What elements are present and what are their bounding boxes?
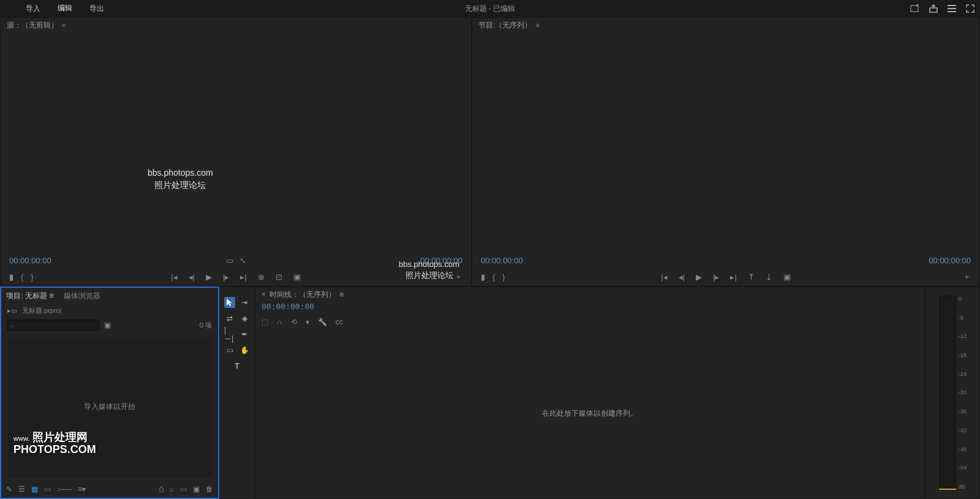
marker-icon[interactable]: ▮: [481, 272, 485, 282]
go-to-in-icon[interactable]: |◂: [661, 272, 667, 282]
step-forward-icon[interactable]: |▸: [713, 272, 719, 282]
go-to-in-icon[interactable]: |◂: [171, 272, 177, 282]
insert-icon[interactable]: ⊕: [258, 272, 265, 282]
document-title: 无标题 - 已编辑: [465, 4, 516, 14]
pen-tool[interactable]: ✒: [239, 329, 250, 340]
tab-project[interactable]: 项目: 无标题≡: [6, 291, 54, 301]
svg-rect-1: [916, 4, 919, 7]
source-panel-title: 源：（无剪辑）: [7, 20, 58, 31]
zoom-slider[interactable]: ○──: [57, 485, 72, 493]
step-forward-icon[interactable]: |▸: [223, 272, 229, 282]
in-point-icon[interactable]: {: [492, 272, 495, 282]
find-icon[interactable]: ⌕: [170, 485, 174, 493]
program-panel-title: 节目:（无序列）: [478, 20, 532, 31]
program-tc-out[interactable]: 00:00:00:00: [929, 256, 971, 265]
share-icon[interactable]: [929, 4, 938, 13]
plus-icon[interactable]: ＋: [454, 271, 462, 282]
caption-icon[interactable]: cc: [336, 318, 343, 326]
fit-icon[interactable]: ▭: [226, 256, 233, 265]
folder-icon: ▸▭: [7, 307, 17, 315]
search-input[interactable]: [14, 321, 96, 329]
step-back-icon[interactable]: ◂|: [189, 272, 195, 282]
new-bin-icon[interactable]: ▭: [180, 485, 187, 493]
resolution-icon[interactable]: ⤡: [239, 256, 246, 265]
timeline-empty-message: 在此处放下媒体以创建序列。: [542, 408, 638, 419]
timeline-timecode[interactable]: 00:00:00:00: [255, 302, 924, 315]
project-bin[interactable]: 导入媒体以开始 www. 照片处理网 PHOTOPS.COM: [7, 337, 212, 477]
program-view[interactable]: [472, 32, 979, 253]
project-toolbar: ✎ ☰ ▦ ▭ ○── ≡▾ ⎙ ⌕ ▭ ▣ 🗑: [1, 481, 218, 498]
bin-empty-message: 导入媒体以开始: [84, 402, 135, 412]
timeline-panel: × 时间线：（无序列） ≡ 00:00:00:00 ⬚ ∩ ⟲ ▾ 🔧 cc 在…: [255, 287, 925, 499]
export-frame-icon[interactable]: ▣: [783, 272, 791, 282]
timeline-title: 时间线：（无序列）: [270, 290, 336, 300]
program-transport: ▮ { } |◂ ◂| ▶ |▸ ▸| ⤒ ⤓ ▣ ＋ bbs.photops.…: [472, 268, 979, 286]
source-tc-out[interactable]: 00:00:00:00: [420, 256, 462, 265]
pen-icon[interactable]: ✎: [6, 485, 12, 493]
type-tool[interactable]: T: [232, 361, 243, 372]
slip-tool[interactable]: |↔|: [224, 329, 235, 340]
project-search[interactable]: ⌕: [7, 320, 99, 331]
tab-edit[interactable]: 编辑: [49, 0, 81, 18]
razor-tool[interactable]: ◈: [239, 313, 250, 324]
in-point-icon[interactable]: {: [21, 272, 23, 282]
trash-icon[interactable]: 🗑: [206, 485, 213, 493]
marker-icon[interactable]: ▮: [9, 272, 13, 282]
sort-icon[interactable]: ≡▾: [78, 485, 86, 493]
ripple-edit-tool[interactable]: ⇄: [224, 313, 235, 324]
source-view[interactable]: bbs.photops.com 照片处理论坛: [1, 32, 471, 253]
panel-menu-icon[interactable]: ≡: [339, 290, 344, 299]
automate-icon[interactable]: ⎙: [159, 485, 164, 493]
play-icon[interactable]: ▶: [206, 272, 212, 282]
snap-icon[interactable]: ∩: [277, 318, 282, 326]
overwrite-icon[interactable]: ⊡: [276, 272, 282, 282]
audio-meter-panel: 0 -6 -12 -18 -24 -30 -36 -42 -48 -54 dB: [925, 287, 980, 499]
fullscreen-icon[interactable]: [965, 4, 975, 13]
export-frame-icon[interactable]: ▣: [293, 272, 301, 282]
close-tab-icon[interactable]: ×: [262, 290, 266, 299]
go-to-out-icon[interactable]: ▸|: [730, 272, 736, 282]
home-icon[interactable]: [5, 4, 17, 13]
tab-import[interactable]: 导入: [17, 0, 49, 18]
timeline-body[interactable]: 在此处放下媒体以创建序列。: [255, 329, 924, 498]
marker-span-icon[interactable]: ▾: [306, 318, 309, 326]
nest-icon[interactable]: ⬚: [262, 318, 268, 326]
extract-icon[interactable]: ⤓: [766, 272, 772, 282]
watermark-text: www. 照片处理网 PHOTOPS.COM: [13, 432, 96, 456]
workspace-menu-icon[interactable]: [947, 4, 957, 13]
play-icon[interactable]: ▶: [696, 272, 702, 282]
lift-icon[interactable]: ⤒: [748, 272, 755, 282]
source-tc-in[interactable]: 00:00:00:00: [9, 256, 51, 265]
audio-meter-bar[interactable]: [939, 296, 956, 490]
freeform-view-icon[interactable]: ▭: [44, 485, 51, 493]
new-item-icon[interactable]: ▣: [193, 485, 200, 493]
program-tc-in[interactable]: 00:00:00:00: [481, 256, 523, 265]
list-view-icon[interactable]: ☰: [18, 485, 25, 493]
item-count: 0 项: [200, 321, 212, 330]
tab-media-browser[interactable]: 媒体浏览器: [64, 291, 100, 301]
project-panel: 项目: 无标题≡ 媒体浏览器 ▸▭ 无标题.prproj ⌕ ▣ 0 项 导入媒…: [0, 287, 219, 499]
source-transport: ▮ { } |◂ ◂| ▶ |▸ ▸| ⊕ ⊡ ▣ ＋: [1, 268, 471, 286]
filter-bin-icon[interactable]: ▣: [104, 321, 111, 329]
step-back-icon[interactable]: ◂|: [679, 272, 685, 282]
program-monitor-panel: 节目:（无序列） ≡ 00:00:00:00 00:00:00:00 ▮ { }…: [472, 17, 980, 287]
source-monitor-panel: 源：（无剪辑） ≡ bbs.photops.com 照片处理论坛 00:00:0…: [0, 17, 472, 287]
quick-export-icon[interactable]: [910, 4, 920, 13]
out-point-icon[interactable]: }: [502, 272, 505, 282]
panel-menu-icon[interactable]: ≡: [535, 21, 539, 29]
settings-icon[interactable]: 🔧: [318, 318, 327, 326]
out-point-icon[interactable]: }: [31, 272, 33, 282]
go-to-out-icon[interactable]: ▸|: [240, 272, 246, 282]
icon-view-icon[interactable]: ▦: [31, 485, 38, 493]
hand-tool[interactable]: ✋: [239, 345, 250, 356]
selection-tool[interactable]: [224, 297, 235, 308]
linked-selection-icon[interactable]: ⟲: [291, 318, 297, 326]
meter-baseline: [939, 489, 956, 490]
top-menu-bar: 导入 编辑 导出 无标题 - 已编辑: [0, 0, 980, 17]
timeline-options: ⬚ ∩ ⟲ ▾ 🔧 cc: [255, 315, 924, 329]
plus-icon[interactable]: ＋: [963, 271, 971, 282]
rectangle-tool[interactable]: ▭: [224, 345, 235, 356]
track-select-tool[interactable]: ⇥: [239, 297, 250, 308]
panel-menu-icon[interactable]: ≡: [62, 21, 66, 29]
tab-export[interactable]: 导出: [81, 0, 113, 18]
